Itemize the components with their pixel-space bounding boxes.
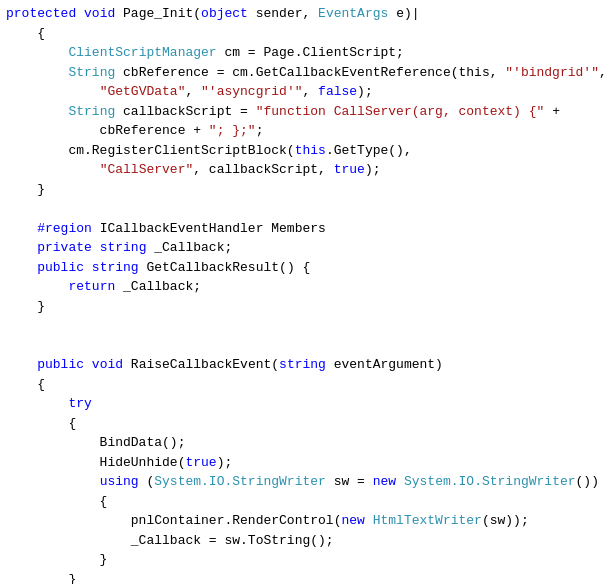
code-line: protected void Page_Init(object sender, … — [0, 4, 604, 24]
code-token: "; };" — [209, 123, 256, 138]
code-token: object — [201, 6, 248, 21]
code-line: String callbackScript = "function CallSe… — [0, 102, 604, 122]
code-line: { — [0, 492, 604, 512]
code-line: BindData(); — [0, 433, 604, 453]
code-token: void — [92, 357, 123, 372]
code-token: _Callback = sw.ToString(); — [6, 533, 334, 548]
code-line: public void RaiseCallbackEvent(string ev… — [0, 355, 604, 375]
code-token: "function CallServer(arg, context) {" — [256, 104, 545, 119]
code-line: } — [0, 180, 604, 200]
code-token: + — [544, 104, 560, 119]
code-token — [6, 104, 68, 119]
code-token: , — [185, 84, 201, 99]
code-token: string — [100, 240, 147, 255]
code-line: { — [0, 375, 604, 395]
code-token: { — [6, 26, 45, 41]
code-token: this — [295, 143, 326, 158]
code-token: HideUnhide( — [6, 455, 185, 470]
code-token: GetCallbackResult() { — [139, 260, 311, 275]
code-token: cbReference = cm.GetCallbackEventReferen… — [115, 65, 505, 80]
code-token: } — [6, 299, 45, 314]
code-token — [6, 65, 68, 80]
code-token: sender, — [248, 6, 318, 21]
code-token — [6, 396, 68, 411]
code-token: String — [68, 104, 115, 119]
code-token — [92, 240, 100, 255]
code-line: ClientScriptManager cm = Page.ClientScri… — [0, 43, 604, 63]
code-token: BindData(); — [6, 435, 185, 450]
code-line: "GetGVData", "'asyncgrid'", false); — [0, 82, 604, 102]
code-line: { — [0, 414, 604, 434]
code-token: RaiseCallbackEvent( — [123, 357, 279, 372]
code-line: HideUnhide(true); — [0, 453, 604, 473]
code-token: ClientScriptManager — [68, 45, 216, 60]
code-token: string — [92, 260, 139, 275]
code-token: sw = — [326, 474, 373, 489]
code-token — [6, 279, 68, 294]
code-line: return _Callback; — [0, 277, 604, 297]
code-token: } — [6, 572, 76, 585]
code-token: , — [599, 65, 604, 80]
code-line: cbReference + "; };"; — [0, 121, 604, 141]
code-line — [0, 316, 604, 336]
code-line — [0, 336, 604, 356]
code-token — [6, 221, 37, 236]
code-token: "GetGVData" — [100, 84, 186, 99]
code-token: protected — [6, 6, 76, 21]
code-token: true — [185, 455, 216, 470]
code-token: cm.RegisterClientScriptBlock( — [6, 143, 295, 158]
code-token — [84, 357, 92, 372]
code-token: System.IO.StringWriter — [404, 474, 576, 489]
code-token — [6, 45, 68, 60]
code-token: { — [6, 494, 107, 509]
code-line: #region ICallbackEventHandler Members — [0, 219, 604, 239]
code-token — [6, 357, 37, 372]
code-token: _Callback; — [115, 279, 201, 294]
code-line: } — [0, 570, 604, 585]
code-token: (sw)); — [482, 513, 529, 528]
code-line: cm.RegisterClientScriptBlock(this.GetTyp… — [0, 141, 604, 161]
code-token: callbackScript = — [115, 104, 255, 119]
code-line: private string _Callback; — [0, 238, 604, 258]
code-token — [6, 162, 100, 177]
code-token: "'asyncgrid'" — [201, 84, 302, 99]
code-token: new — [341, 513, 364, 528]
code-token — [6, 240, 37, 255]
code-token: false — [318, 84, 357, 99]
code-line: _Callback = sw.ToString(); — [0, 531, 604, 551]
code-token: void — [84, 6, 115, 21]
code-token — [6, 84, 100, 99]
code-token: eventArgument) — [326, 357, 443, 372]
code-token: } — [6, 182, 45, 197]
code-token: { — [6, 377, 45, 392]
code-line — [0, 199, 604, 219]
code-line: } — [0, 297, 604, 317]
code-token: new — [373, 474, 396, 489]
code-line: try — [0, 394, 604, 414]
code-token: .GetType(), — [326, 143, 412, 158]
code-line: pnlContainer.RenderControl(new HtmlTextW… — [0, 511, 604, 531]
code-token: string — [279, 357, 326, 372]
code-token: ); — [357, 84, 373, 99]
code-token: cm = Page.ClientScript; — [217, 45, 404, 60]
code-editor: protected void Page_Init(object sender, … — [0, 0, 604, 584]
code-line: "CallServer", callbackScript, true); — [0, 160, 604, 180]
code-token: private — [37, 240, 92, 255]
code-token: { — [6, 416, 76, 431]
code-token — [6, 260, 37, 275]
code-token: String — [68, 65, 115, 80]
code-token: ); — [217, 455, 233, 470]
code-token: return — [68, 279, 115, 294]
code-line: } — [0, 550, 604, 570]
code-token: true — [334, 162, 365, 177]
code-token — [76, 6, 84, 21]
code-token: ); — [365, 162, 381, 177]
code-token: ICallbackEventHandler Members — [92, 221, 326, 236]
code-line: using (System.IO.StringWriter sw = new S… — [0, 472, 604, 492]
code-token: , — [302, 84, 318, 99]
code-token: } — [6, 552, 107, 567]
code-token: , callbackScript, — [193, 162, 333, 177]
code-token: ()) — [576, 474, 599, 489]
code-token: ; — [256, 123, 264, 138]
code-token — [6, 474, 100, 489]
